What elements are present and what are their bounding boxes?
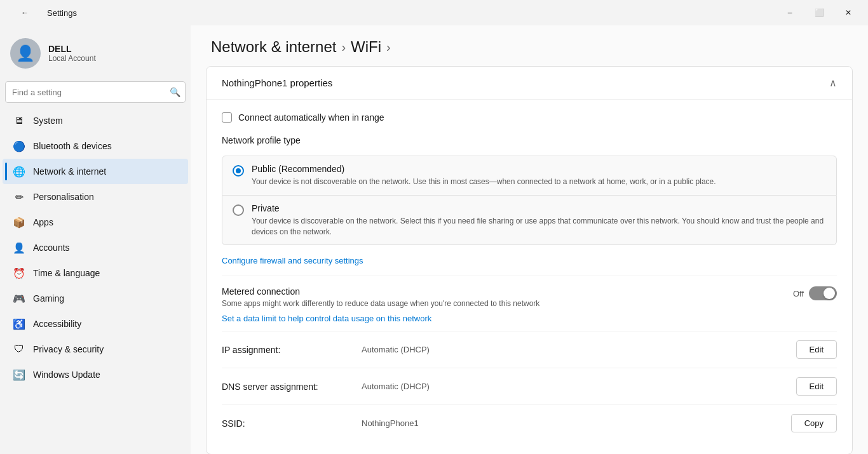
accessibility-icon: ♿ <box>13 317 25 330</box>
auto-connect-label: Connect automatically when in range <box>238 112 384 123</box>
update-icon: 🔄 <box>13 368 25 381</box>
panel-header[interactable]: NothingPhone1 properties ∧ <box>207 67 852 100</box>
search-box: 🔍 <box>5 81 186 103</box>
user-icon: 👤 <box>16 44 35 62</box>
toggle-thumb <box>824 288 835 299</box>
sidebar-label-bluetooth: Bluetooth & devices <box>33 141 112 151</box>
apps-icon: 📦 <box>13 216 25 229</box>
ssid-value: NothingPhone1 <box>362 418 791 428</box>
sidebar-label-gaming: Gaming <box>33 293 64 304</box>
content-area: Network & internet › WiFi › NothingPhone… <box>191 25 868 454</box>
metered-title: Metered connection <box>222 286 539 297</box>
toggle-wrap: Off <box>793 286 837 300</box>
private-radio-title: Private <box>252 203 826 213</box>
user-type: Local Account <box>48 54 96 63</box>
public-radio-desc: Your device is not discoverable on the n… <box>252 177 716 187</box>
metered-toggle[interactable] <box>809 286 837 300</box>
private-radio-item[interactable]: Private Your device is discoverable on t… <box>222 196 837 246</box>
system-icon: 🖥 <box>13 114 25 127</box>
auto-connect-row: Connect automatically when in range <box>222 112 837 123</box>
dns-row: DNS server assignment: Automatic (DHCP) … <box>222 368 837 404</box>
sidebar-label-accessibility: Accessibility <box>33 319 81 329</box>
sidebar-item-system[interactable]: 🖥 System <box>3 108 188 133</box>
sidebar-item-apps[interactable]: 📦 Apps <box>3 210 188 235</box>
metered-row: Metered connection Some apps might work … <box>222 286 837 308</box>
sidebar-label-time: Time & language <box>33 268 100 278</box>
main-content: 👤 DELL Local Account 🔍 🖥 System 🔵 Blueto… <box>0 25 868 454</box>
time-icon: ⏰ <box>13 267 25 279</box>
user-section: 👤 DELL Local Account <box>0 30 191 81</box>
public-radio-content: Public (Recommended) Your device is not … <box>252 164 716 187</box>
nav-list: 🖥 System 🔵 Bluetooth & devices 🌐 Network… <box>0 108 191 387</box>
ip-row: IP assignment: Automatic (DHCP) Edit <box>222 331 837 368</box>
public-radio-btn[interactable] <box>233 165 244 177</box>
titlebar-controls: – ⬜ ✕ <box>775 3 863 23</box>
window: ← Settings – ⬜ ✕ 👤 DELL Local Account <box>0 0 868 454</box>
info-rows: IP assignment: Automatic (DHCP) Edit DNS… <box>222 331 837 441</box>
breadcrumb: Network & internet › WiFi › <box>191 25 868 66</box>
ip-label: IP assignment: <box>222 345 362 355</box>
sidebar-item-bluetooth[interactable]: 🔵 Bluetooth & devices <box>3 133 188 159</box>
firewall-link[interactable]: Configure firewall and security settings <box>222 256 363 265</box>
ip-edit-button[interactable]: Edit <box>796 340 837 359</box>
search-icon: 🔍 <box>170 87 180 97</box>
sidebar-label-privacy: Privacy & security <box>33 344 104 354</box>
auto-connect-checkbox[interactable] <box>222 112 232 123</box>
sidebar: 👤 DELL Local Account 🔍 🖥 System 🔵 Blueto… <box>0 25 191 454</box>
close-button[interactable]: ✕ <box>834 3 863 23</box>
app-title: Settings <box>47 8 77 18</box>
metered-state-label: Off <box>793 289 804 298</box>
private-radio-btn[interactable] <box>233 204 244 216</box>
sidebar-item-personalisation[interactable]: ✏ Personalisation <box>3 184 188 210</box>
privacy-icon: 🛡 <box>13 343 25 356</box>
dns-label: DNS server assignment: <box>222 382 362 392</box>
ip-value: Automatic (DHCP) <box>362 345 796 354</box>
user-name: DELL <box>48 44 96 54</box>
maximize-button[interactable]: ⬜ <box>804 3 834 23</box>
sidebar-label-update: Windows Update <box>33 370 100 380</box>
sidebar-label-apps: Apps <box>33 217 53 227</box>
sidebar-item-gaming[interactable]: 🎮 Gaming <box>3 286 188 311</box>
sidebar-item-accounts[interactable]: 👤 Accounts <box>3 235 188 260</box>
breadcrumb-sep1: › <box>341 40 346 55</box>
breadcrumb-network[interactable]: Network & internet <box>211 38 336 56</box>
panel-title: NothingPhone1 properties <box>222 77 332 88</box>
public-radio-title: Public (Recommended) <box>252 164 716 174</box>
avatar: 👤 <box>10 38 41 69</box>
accounts-icon: 👤 <box>13 241 25 254</box>
sidebar-item-time[interactable]: ⏰ Time & language <box>3 260 188 286</box>
ssid-copy-button[interactable]: Copy <box>791 414 837 432</box>
dns-value: Automatic (DHCP) <box>362 382 796 391</box>
data-limit-link[interactable]: Set a data limit to help control data us… <box>222 314 431 323</box>
breadcrumb-wifi[interactable]: WiFi <box>351 38 381 56</box>
titlebar-left: ← Settings <box>10 3 77 23</box>
properties-panel: NothingPhone1 properties ∧ Connect autom… <box>206 66 853 454</box>
sidebar-item-privacy[interactable]: 🛡 Privacy & security <box>3 337 188 362</box>
network-profile-label: Network profile type <box>222 135 837 145</box>
panel-chevron-icon: ∧ <box>829 77 837 89</box>
sidebar-label-system: System <box>33 116 63 126</box>
dns-edit-button[interactable]: Edit <box>796 377 837 396</box>
ssid-label: SSID: <box>222 418 362 429</box>
ssid-row: SSID: NothingPhone1 Copy <box>222 404 837 441</box>
gaming-icon: 🎮 <box>13 292 25 305</box>
user-info: DELL Local Account <box>48 44 96 63</box>
personalisation-icon: ✏ <box>13 190 25 203</box>
sidebar-item-update[interactable]: 🔄 Windows Update <box>3 362 188 387</box>
sidebar-label-accounts: Accounts <box>33 243 70 253</box>
sidebar-label-personalisation: Personalisation <box>33 192 94 202</box>
network-icon: 🌐 <box>13 165 25 178</box>
breadcrumb-sep2: › <box>386 40 391 55</box>
titlebar: ← Settings – ⬜ ✕ <box>0 0 868 25</box>
private-radio-content: Private Your device is discoverable on t… <box>252 203 826 237</box>
back-button[interactable]: ← <box>10 3 39 23</box>
panel-body: Connect automatically when in range Netw… <box>207 100 852 454</box>
public-radio-item[interactable]: Public (Recommended) Your device is not … <box>222 156 837 196</box>
search-input[interactable] <box>5 81 186 103</box>
network-profile-group: Public (Recommended) Your device is not … <box>222 156 837 245</box>
sidebar-item-network[interactable]: 🌐 Network & internet <box>3 159 188 184</box>
minimize-button[interactable]: – <box>775 3 804 23</box>
bluetooth-icon: 🔵 <box>13 140 25 152</box>
private-radio-desc: Your device is discoverable on the netwo… <box>252 216 826 237</box>
sidebar-item-accessibility[interactable]: ♿ Accessibility <box>3 311 188 337</box>
